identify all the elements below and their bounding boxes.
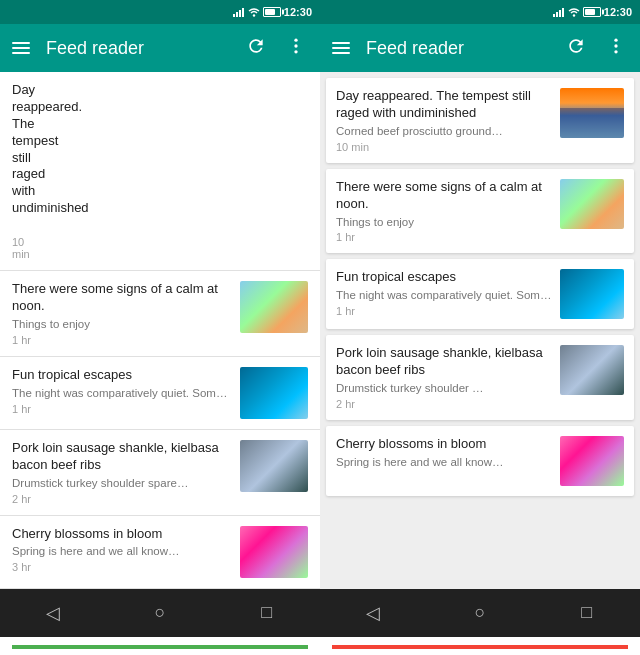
- annotation-row: Do. A quickly scannable list, instead of…: [0, 637, 640, 656]
- card-thumbnail: [560, 88, 624, 138]
- svg-point-14: [614, 44, 617, 47]
- card-thumbnail: [560, 179, 624, 229]
- svg-rect-9: [556, 12, 558, 17]
- svg-rect-3: [242, 8, 244, 17]
- svg-rect-10: [559, 10, 561, 17]
- card-title: There were some signs of a calm at noon.: [336, 179, 552, 213]
- card-subtitle: Things to enjoy: [336, 215, 552, 230]
- card-title: Pork loin sausage shankle, kielbasa baco…: [336, 345, 552, 379]
- svg-rect-11: [562, 8, 564, 17]
- feed-card[interactable]: Day reappeared. The tempest still raged …: [326, 78, 634, 163]
- battery-icon: [583, 7, 601, 17]
- left-phone: 12:30 Feed reader: [0, 0, 320, 637]
- item-thumbnail: [240, 440, 308, 492]
- svg-rect-1: [236, 12, 238, 17]
- feed-card[interactable]: There were some signs of a calm at noon.…: [326, 169, 634, 254]
- svg-point-15: [614, 50, 617, 53]
- list-item[interactable]: Day reappeared. The tempest still raged …: [0, 72, 320, 271]
- left-bottom-nav: ◁ ○ □: [0, 589, 320, 637]
- item-meta: 1 hr: [12, 334, 232, 346]
- hamburger-icon[interactable]: [12, 42, 30, 54]
- feed-card[interactable]: Fun tropical escapes The night was compa…: [326, 259, 634, 329]
- dont-bar: [332, 645, 628, 649]
- svg-rect-0: [233, 14, 235, 17]
- left-status-icons: 12:30: [233, 6, 312, 18]
- item-subtitle: The night was comparatively quiet. Some …: [12, 386, 232, 401]
- wifi-icon: [568, 7, 580, 17]
- card-title: Fun tropical escapes: [336, 269, 552, 286]
- left-refresh-icon[interactable]: [244, 36, 268, 61]
- card-meta: 2 hr: [336, 398, 552, 410]
- card-meta: 1 hr: [336, 305, 552, 317]
- item-title: There were some signs of a calm at noon.: [12, 281, 232, 315]
- right-status-icons: 12:30: [553, 6, 632, 18]
- list-item[interactable]: There were some signs of a calm at noon.…: [0, 271, 320, 357]
- card-meta: 10 min: [336, 141, 552, 153]
- left-app-bar: Feed reader: [0, 24, 320, 72]
- item-title: Fun tropical escapes: [12, 367, 232, 384]
- left-more-icon[interactable]: [284, 36, 308, 61]
- feed-card[interactable]: Cherry blossoms in bloom Spring is here …: [326, 426, 634, 496]
- right-home-button[interactable]: ○: [460, 593, 500, 633]
- do-annotation: Do. A quickly scannable list, instead of…: [0, 637, 320, 656]
- list-item[interactable]: Fun tropical escapes The night was compa…: [0, 357, 320, 430]
- right-status-bar: 12:30: [320, 0, 640, 24]
- list-item[interactable]: Cherry blossoms in bloom Spring is here …: [0, 516, 320, 589]
- left-status-bar: 12:30: [0, 0, 320, 24]
- item-title: Pork loin sausage shankle, kielbasa baco…: [12, 440, 232, 474]
- card-subtitle: Spring is here and we all know…: [336, 455, 552, 470]
- card-title: Cherry blossoms in bloom: [336, 436, 552, 453]
- right-back-button[interactable]: ◁: [353, 593, 393, 633]
- svg-point-7: [294, 50, 297, 53]
- battery-icon: [263, 7, 281, 17]
- svg-rect-8: [553, 14, 555, 17]
- left-status-time: 12:30: [284, 6, 312, 18]
- card-thumbnail: [560, 269, 624, 319]
- left-app-bar-title: Feed reader: [46, 38, 228, 59]
- home-button[interactable]: ○: [140, 593, 180, 633]
- svg-point-12: [573, 14, 575, 16]
- wifi-icon: [248, 7, 260, 17]
- right-feed-cards: Day reappeared. The tempest still raged …: [320, 72, 640, 589]
- item-meta: 2 hr: [12, 493, 232, 505]
- svg-point-13: [614, 38, 617, 41]
- right-status-time: 12:30: [604, 6, 632, 18]
- svg-point-6: [294, 44, 297, 47]
- item-thumbnail: [240, 367, 308, 419]
- phones-row: 12:30 Feed reader: [0, 0, 640, 637]
- left-feed-list: Day reappeared. The tempest still raged …: [0, 72, 320, 589]
- item-meta: 3 hr: [12, 561, 232, 573]
- card-subtitle: Corned beef prosciutto ground…: [336, 124, 552, 139]
- card-meta: 1 hr: [336, 231, 552, 243]
- right-bottom-nav: ◁ ○ □: [320, 589, 640, 637]
- card-thumbnail: [560, 436, 624, 486]
- item-title: Cherry blossoms in bloom: [12, 526, 232, 543]
- right-refresh-icon[interactable]: [564, 36, 588, 61]
- right-recents-button[interactable]: □: [567, 593, 607, 633]
- item-thumbnail: [240, 281, 308, 333]
- item-meta: 1 hr: [12, 403, 232, 415]
- svg-point-4: [253, 14, 255, 16]
- card-thumbnail: [560, 345, 624, 395]
- item-subtitle: Drumstick turkey shoulder spare…: [12, 476, 232, 491]
- feed-card[interactable]: Pork loin sausage shankle, kielbasa baco…: [326, 335, 634, 420]
- right-hamburger-icon[interactable]: [332, 42, 350, 54]
- do-bar: [12, 645, 308, 649]
- signal-icon: [553, 7, 565, 17]
- dont-annotation: Don't. The use of cards here distracts t…: [320, 637, 640, 656]
- card-subtitle: Drumstick turkey shoulder …: [336, 381, 552, 396]
- right-more-icon[interactable]: [604, 36, 628, 61]
- right-phone: 12:30 Feed reader: [320, 0, 640, 637]
- item-subtitle: Spring is here and we all know…: [12, 544, 232, 559]
- right-app-bar-title: Feed reader: [366, 38, 548, 59]
- right-app-bar: Feed reader: [320, 24, 640, 72]
- item-thumbnail: [240, 526, 308, 578]
- item-subtitle: Things to enjoy: [12, 317, 232, 332]
- card-subtitle: The night was comparatively quiet. Some …: [336, 288, 552, 303]
- recents-button[interactable]: □: [247, 593, 287, 633]
- card-title: Day reappeared. The tempest still raged …: [336, 88, 552, 122]
- back-button[interactable]: ◁: [33, 593, 73, 633]
- list-item[interactable]: Pork loin sausage shankle, kielbasa baco…: [0, 430, 320, 516]
- signal-icon: [233, 7, 245, 17]
- svg-point-5: [294, 38, 297, 41]
